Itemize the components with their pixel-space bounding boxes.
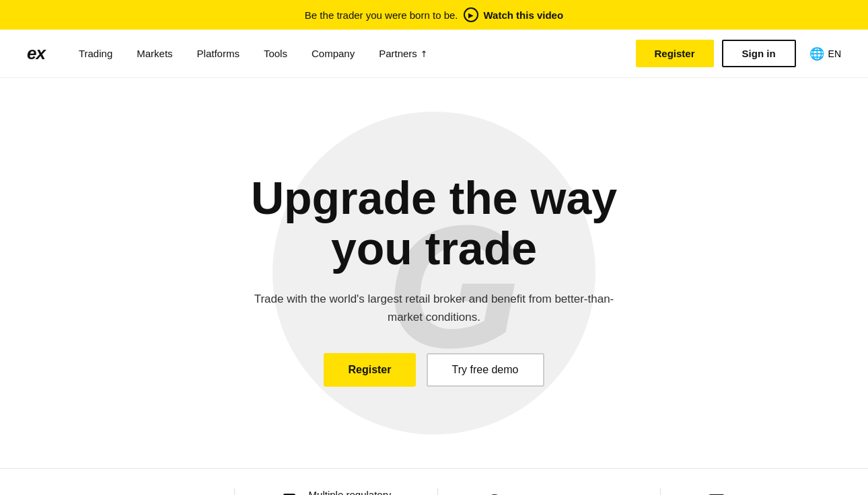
stat-divider-1 — [234, 488, 235, 495]
stat-divider-2 — [437, 488, 438, 495]
logo-text: ex — [27, 43, 45, 64]
register-button[interactable]: Register — [636, 40, 714, 67]
nav-item-partners[interactable]: Partners ↗ — [379, 48, 427, 59]
globe-icon: 🌐 — [809, 46, 824, 61]
play-icon: ▶ — [464, 7, 478, 22]
logo[interactable]: ex — [27, 43, 45, 64]
banner-link-text: Watch this video — [484, 9, 564, 21]
hero-demo-button[interactable]: Try free demo — [427, 353, 544, 387]
hero-content: Upgrade the way you trade Trade with the… — [251, 173, 617, 387]
nav-item-markets[interactable]: Markets — [137, 48, 172, 59]
hero-register-button[interactable]: Register — [324, 353, 415, 387]
banner-link[interactable]: Watch this video — [484, 9, 564, 21]
nav-item-company[interactable]: Company — [312, 48, 355, 59]
signin-button[interactable]: Sign in — [722, 40, 796, 67]
hero-title: Upgrade the way you trade — [251, 173, 617, 274]
hero-buttons: Register Try free demo — [251, 353, 617, 387]
hero-subtitle: Trade with the world's largest retail br… — [252, 290, 616, 326]
top-banner: Be the trader you were born to be. ▶ Wat… — [0, 0, 868, 30]
nav-item-trading[interactable]: Trading — [79, 48, 112, 59]
nav-actions: Register Sign in 🌐 EN — [636, 40, 841, 67]
nav-item-tools[interactable]: Tools — [264, 48, 287, 59]
navbar: ex Trading Markets Platforms Tools Compa… — [0, 30, 868, 78]
stat-text-licenses: Multiple regulatory licenses — [309, 488, 392, 495]
hero-section: G Upgrade the way you trade Trade with t… — [0, 78, 868, 468]
banner-text: Be the trader you were born to be. — [305, 9, 458, 21]
nav-links: Trading Markets Platforms Tools Company … — [79, 48, 636, 59]
stats-bar: 800,000+ active traders Multiple regulat… — [0, 468, 868, 495]
stat-divider-3 — [660, 488, 661, 495]
nav-item-platforms[interactable]: Platforms — [197, 48, 240, 59]
language-selector[interactable]: 🌐 EN — [809, 46, 841, 61]
hero-title-line2: you trade — [331, 223, 537, 274]
partners-arrow-icon: ↗ — [417, 47, 429, 59]
hero-title-line1: Upgrade the way — [251, 172, 617, 223]
stat-item-licenses: Multiple regulatory licenses — [282, 488, 392, 495]
lang-label: EN — [828, 48, 841, 59]
